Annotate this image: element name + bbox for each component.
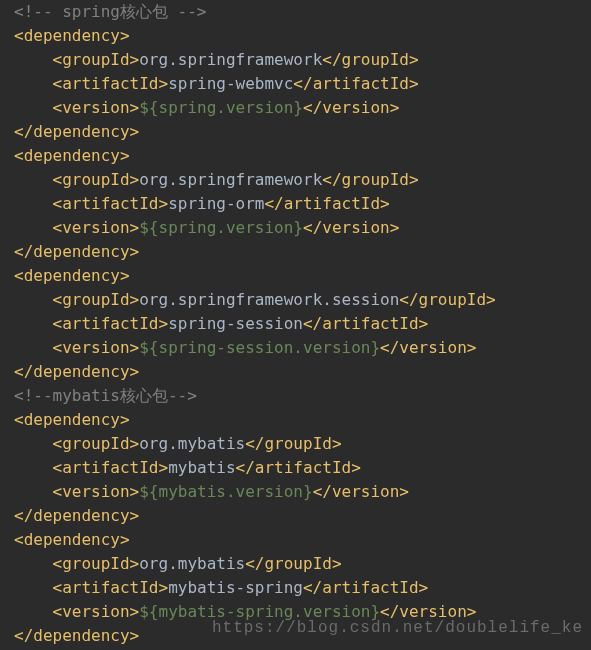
code-token: org.springframework.session — [139, 290, 399, 309]
code-token: mybatis — [168, 458, 235, 477]
code-line: </dependency> — [14, 624, 577, 648]
code-block: <!-- spring核心包 --><dependency> <groupId>… — [0, 0, 591, 648]
code-token: ${mybatis.version} — [139, 482, 312, 501]
code-line: <dependency> — [14, 144, 577, 168]
code-token: </version> — [380, 602, 476, 621]
code-line: <artifactId>mybatis-spring</artifactId> — [14, 576, 577, 600]
code-token: </groupId> — [399, 290, 495, 309]
code-token: </dependency> — [14, 626, 139, 645]
code-token: <!-- spring核心包 --> — [14, 2, 207, 21]
code-line: <version>${spring-session.version}</vers… — [14, 336, 577, 360]
code-token: </version> — [303, 98, 399, 117]
code-token: <artifactId> — [14, 458, 168, 477]
code-line: <groupId>org.mybatis</groupId> — [14, 432, 577, 456]
code-line: <version>${spring.version}</version> — [14, 96, 577, 120]
code-token: ${spring.version} — [139, 218, 303, 237]
code-token: </dependency> — [14, 242, 139, 261]
code-token: </version> — [303, 218, 399, 237]
code-line: <dependency> — [14, 528, 577, 552]
code-token: <groupId> — [14, 170, 139, 189]
code-token: <dependency> — [14, 530, 130, 549]
code-token: <artifactId> — [14, 194, 168, 213]
code-token: ${mybatis-spring.version} — [139, 602, 380, 621]
code-token: </artifactId> — [303, 314, 428, 333]
code-token: org.mybatis — [139, 554, 245, 573]
code-line: <!-- spring核心包 --> — [14, 0, 577, 24]
code-token: </dependency> — [14, 362, 139, 381]
code-token: </groupId> — [245, 434, 341, 453]
code-line: <artifactId>spring-session</artifactId> — [14, 312, 577, 336]
code-token: </version> — [380, 338, 476, 357]
code-line: <artifactId>spring-webmvc</artifactId> — [14, 72, 577, 96]
code-token: <dependency> — [14, 266, 130, 285]
code-line: <dependency> — [14, 24, 577, 48]
code-token: ${spring-session.version} — [139, 338, 380, 357]
code-line: <groupId>org.mybatis</groupId> — [14, 552, 577, 576]
code-line: <version>${spring.version}</version> — [14, 216, 577, 240]
code-line: <groupId>org.springframework</groupId> — [14, 48, 577, 72]
code-token: <groupId> — [14, 554, 139, 573]
code-token: <version> — [14, 482, 139, 501]
code-line: <artifactId>mybatis</artifactId> — [14, 456, 577, 480]
code-token: <!--mybatis核心包--> — [14, 386, 197, 405]
code-token: <artifactId> — [14, 314, 168, 333]
code-token: org.mybatis — [139, 434, 245, 453]
code-token: </artifactId> — [303, 578, 428, 597]
code-line: <artifactId>spring-orm</artifactId> — [14, 192, 577, 216]
code-line: </dependency> — [14, 240, 577, 264]
code-token: </groupId> — [322, 50, 418, 69]
code-line: </dependency> — [14, 120, 577, 144]
code-token: <version> — [14, 98, 139, 117]
code-token: </groupId> — [245, 554, 341, 573]
code-token: </artifactId> — [293, 74, 418, 93]
code-token: <groupId> — [14, 290, 139, 309]
code-token: ${spring.version} — [139, 98, 303, 117]
code-token: </version> — [313, 482, 409, 501]
code-token: </dependency> — [14, 506, 139, 525]
code-line: <!--mybatis核心包--> — [14, 384, 577, 408]
code-token: <dependency> — [14, 410, 130, 429]
code-token: <dependency> — [14, 146, 130, 165]
code-token: <version> — [14, 338, 139, 357]
code-token: spring-session — [168, 314, 303, 333]
code-token: <artifactId> — [14, 578, 168, 597]
code-token: </artifactId> — [264, 194, 389, 213]
code-token: <groupId> — [14, 50, 139, 69]
code-line: <version>${mybatis.version}</version> — [14, 480, 577, 504]
code-token: </artifactId> — [236, 458, 361, 477]
code-token: <artifactId> — [14, 74, 168, 93]
code-line: <dependency> — [14, 408, 577, 432]
code-token: </dependency> — [14, 122, 139, 141]
code-token: <version> — [14, 218, 139, 237]
code-token: </groupId> — [322, 170, 418, 189]
code-token: org.springframework — [139, 170, 322, 189]
code-token: <groupId> — [14, 434, 139, 453]
code-token: spring-orm — [168, 194, 264, 213]
code-token: org.springframework — [139, 50, 322, 69]
code-line: <dependency> — [14, 264, 577, 288]
code-line: </dependency> — [14, 504, 577, 528]
code-line: <groupId>org.springframework.session</gr… — [14, 288, 577, 312]
code-line: <groupId>org.springframework</groupId> — [14, 168, 577, 192]
code-token: spring-webmvc — [168, 74, 293, 93]
code-token: <version> — [14, 602, 139, 621]
code-token: mybatis-spring — [168, 578, 303, 597]
code-token: <dependency> — [14, 26, 130, 45]
code-line: <version>${mybatis-spring.version}</vers… — [14, 600, 577, 624]
code-line: </dependency> — [14, 360, 577, 384]
